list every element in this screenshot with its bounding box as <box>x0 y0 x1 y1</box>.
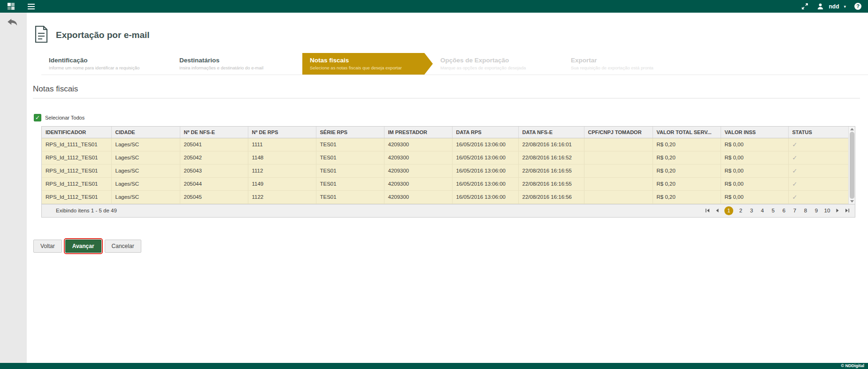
page-title: Exportação por e-mail <box>56 30 150 40</box>
menu-hamburger-icon[interactable] <box>27 2 36 11</box>
status-check-icon: ✓ <box>792 181 798 188</box>
status-check-icon: ✓ <box>792 141 798 148</box>
table-cell: TES01 <box>316 190 384 203</box>
table-scrollbar[interactable] <box>848 127 855 204</box>
last-page-button[interactable] <box>845 208 850 213</box>
next-button[interactable]: Avançar <box>65 240 101 253</box>
status-check-icon: ✓ <box>792 194 798 201</box>
next-page-button[interactable] <box>835 208 840 213</box>
page-9[interactable]: 9 <box>813 208 820 213</box>
step-4: Opções de ExportaçãoMarque as opções de … <box>433 53 563 75</box>
page-3[interactable]: 3 <box>748 208 755 213</box>
table-cell: 22/08/2016 16:16:55 <box>518 177 584 190</box>
table-cell: 22/08/2016 16:16:56 <box>518 190 584 203</box>
back-arrow-icon <box>7 17 19 28</box>
column-header[interactable]: CPF/CNPJ TOMADOR <box>584 127 653 138</box>
page-2[interactable]: 2 <box>737 208 744 213</box>
items-count-text: Exibindo itens 1 - 5 de 49 <box>56 208 117 213</box>
section-title: Notas fiscais <box>33 84 868 94</box>
table-row[interactable]: RPS_Id_1112_TES01Lages/SC2050431112TES01… <box>42 164 848 177</box>
table-cell <box>584 164 653 177</box>
table-cell: RPS_Id_1112_TES01 <box>42 177 111 190</box>
select-all[interactable]: ✓ Selecionar Todos <box>34 114 84 121</box>
table-cell: Lages/SC <box>111 138 180 151</box>
step-subtitle: Marque as opções de exportação desejada <box>440 65 552 71</box>
step-title: Notas fiscais <box>310 56 422 64</box>
table-cell: TES01 <box>316 151 384 164</box>
page-1[interactable]: 1 <box>724 206 733 215</box>
user-menu[interactable]: ndd ▾ <box>817 3 846 10</box>
scroll-down-icon[interactable] <box>850 200 854 203</box>
fullscreen-icon[interactable] <box>801 3 808 10</box>
table-cell: R$ 0,00 <box>721 177 788 190</box>
table-cell <box>584 177 653 190</box>
wizard-steps: IdentificaçãoInforme um nome para identi… <box>41 53 868 75</box>
page-10[interactable]: 10 <box>824 208 830 213</box>
page-8[interactable]: 8 <box>802 208 809 213</box>
table-cell <box>584 138 653 151</box>
column-header[interactable]: Nº DE RPS <box>248 127 316 138</box>
action-buttons: Voltar Avançar Cancelar <box>33 240 868 253</box>
table-cell: Lages/SC <box>111 164 180 177</box>
table-cell <box>584 151 653 164</box>
help-icon[interactable]: ? <box>854 3 861 10</box>
document-icon <box>33 25 49 45</box>
table-cell: Lages/SC <box>111 177 180 190</box>
app-logo-icon[interactable] <box>8 3 15 10</box>
column-header[interactable]: IM PRESTADOR <box>384 127 452 138</box>
cancel-button[interactable]: Cancelar <box>105 240 141 253</box>
table-cell: RPS_Id_1112_TES01 <box>42 151 111 164</box>
step-3[interactable]: Notas fiscaisSelecione as notas fiscais … <box>302 53 433 75</box>
pagination-pages: 12345678910 <box>724 206 830 215</box>
page-6[interactable]: 6 <box>781 208 787 213</box>
main-content: Exportação por e-mail IdentificaçãoInfor… <box>27 13 868 363</box>
chevron-down-icon: ▾ <box>844 4 846 9</box>
step-2[interactable]: DestinatáriosInsira informações e destin… <box>172 53 302 75</box>
table-cell: TES01 <box>316 138 384 151</box>
step-5: ExportarSua requisição de exportação est… <box>563 53 694 75</box>
step-1[interactable]: IdentificaçãoInforme um nome para identi… <box>41 53 172 75</box>
table-cell: R$ 0,20 <box>653 190 721 203</box>
table-row[interactable]: RPS_Id_1112_TES01Lages/SC2050441149TES01… <box>42 177 848 190</box>
step-subtitle: Selecione as notas fiscais que deseja ex… <box>310 65 422 71</box>
user-name: ndd <box>829 3 839 10</box>
back-arrow-button[interactable] <box>7 17 20 29</box>
table-cell <box>584 190 653 203</box>
table-row[interactable]: RPS_Id_1112_TES01Lages/SC2050451122TES01… <box>42 190 848 203</box>
user-icon <box>817 3 824 10</box>
table-cell: 205041 <box>180 138 248 151</box>
scroll-up-icon[interactable] <box>850 128 854 130</box>
table-cell: R$ 0,00 <box>721 190 788 203</box>
column-header[interactable]: IDENTIFICADOR <box>42 127 111 138</box>
table-cell: RPS_Id_1111_TES01 <box>42 138 111 151</box>
column-header[interactable]: DATA RPS <box>452 127 518 138</box>
column-header[interactable]: VALOR TOTAL SERV... <box>653 127 721 138</box>
back-button[interactable]: Voltar <box>33 240 62 253</box>
column-header[interactable]: STATUS <box>788 127 848 138</box>
column-header[interactable]: Nº DE NFS-E <box>180 127 248 138</box>
select-all-checkbox[interactable]: ✓ <box>34 114 41 121</box>
page-4[interactable]: 4 <box>759 208 766 213</box>
table-cell: R$ 0,00 <box>721 164 788 177</box>
table-cell: 1148 <box>248 151 316 164</box>
table-cell: R$ 0,00 <box>721 138 788 151</box>
scrollbar-thumb[interactable] <box>850 132 854 199</box>
table-cell: 22/08/2016 16:16:52 <box>518 151 584 164</box>
cell-status: ✓ <box>788 151 848 164</box>
column-header[interactable]: SÉRIE RPS <box>316 127 384 138</box>
table-row[interactable]: RPS_Id_1111_TES01Lages/SC2050411111TES01… <box>42 138 848 151</box>
table-cell: 4209300 <box>384 177 452 190</box>
column-header[interactable]: VALOR INSS <box>721 127 788 138</box>
column-header[interactable]: CIDADE <box>111 127 180 138</box>
table-cell: 4209300 <box>384 164 452 177</box>
page-5[interactable]: 5 <box>770 208 776 213</box>
page-7[interactable]: 7 <box>791 208 798 213</box>
table-cell: 16/05/2016 13:06:00 <box>452 177 518 190</box>
column-header[interactable]: DATA NFS-E <box>518 127 584 138</box>
table-cell: 16/05/2016 13:06:00 <box>452 164 518 177</box>
cell-status: ✓ <box>788 164 848 177</box>
table-row[interactable]: RPS_Id_1112_TES01Lages/SC2050421148TES01… <box>42 151 848 164</box>
step-subtitle: Informe um nome para identificar a requi… <box>49 65 161 71</box>
previous-page-button[interactable] <box>714 208 720 213</box>
first-page-button[interactable] <box>705 208 710 213</box>
